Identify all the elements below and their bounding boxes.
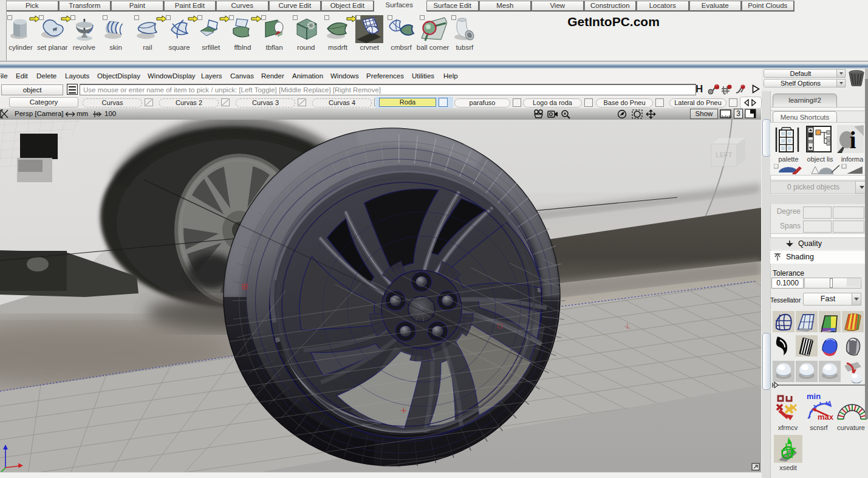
svg-text:min: min	[807, 392, 821, 401]
svg-text:i: i	[849, 126, 856, 153]
svg-text:LEFT: LEFT	[716, 151, 733, 159]
